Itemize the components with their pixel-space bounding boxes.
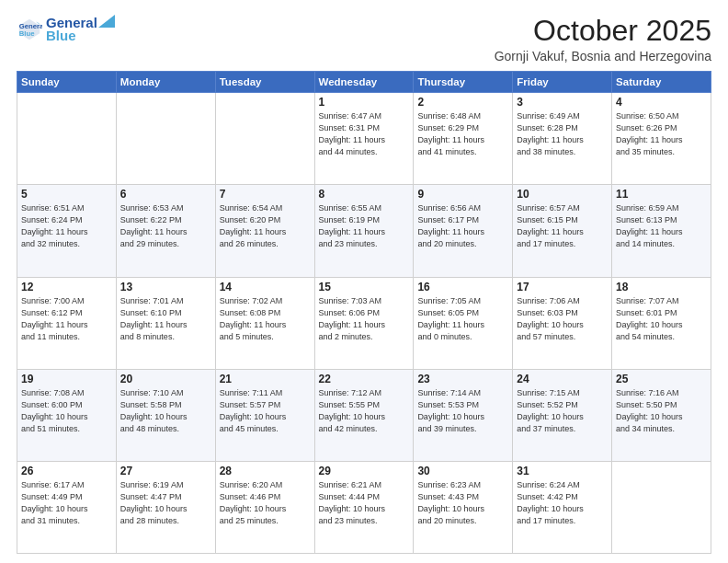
day-info: Sunrise: 7:01 AMSunset: 6:10 PMDaylight:… xyxy=(120,295,211,343)
day-info: Sunrise: 6:55 AMSunset: 6:19 PMDaylight:… xyxy=(319,202,410,250)
calendar-cell: 5Sunrise: 6:51 AMSunset: 6:24 PMDaylight… xyxy=(17,185,117,277)
day-info: Sunrise: 6:47 AMSunset: 6:31 PMDaylight:… xyxy=(319,110,410,158)
day-info: Sunrise: 6:50 AMSunset: 6:26 PMDaylight:… xyxy=(616,110,707,158)
day-number: 13 xyxy=(120,281,211,293)
calendar-cell: 7Sunrise: 6:54 AMSunset: 6:20 PMDaylight… xyxy=(215,185,314,277)
calendar-cell: 21Sunrise: 7:11 AMSunset: 5:57 PMDayligh… xyxy=(215,369,314,461)
day-number: 20 xyxy=(120,373,211,385)
day-info: Sunrise: 6:54 AMSunset: 6:20 PMDaylight:… xyxy=(220,202,311,250)
day-number: 12 xyxy=(21,281,112,293)
calendar-cell xyxy=(17,93,117,185)
weekday-header: Monday xyxy=(116,72,215,93)
day-number: 29 xyxy=(319,465,410,477)
day-number: 10 xyxy=(517,188,608,201)
day-number: 25 xyxy=(616,373,707,385)
day-number: 31 xyxy=(517,465,608,477)
day-number: 11 xyxy=(616,188,707,201)
day-info: Sunrise: 7:12 AMSunset: 5:55 PMDaylight:… xyxy=(319,387,410,435)
svg-text:General: General xyxy=(19,21,42,29)
calendar-cell: 30Sunrise: 6:23 AMSunset: 4:43 PMDayligh… xyxy=(414,461,513,553)
calendar-cell: 18Sunrise: 7:07 AMSunset: 6:01 PMDayligh… xyxy=(612,277,711,369)
calendar-cell xyxy=(215,93,314,185)
calendar-cell: 13Sunrise: 7:01 AMSunset: 6:10 PMDayligh… xyxy=(116,277,215,369)
logo-triangle-icon xyxy=(98,15,115,28)
day-info: Sunrise: 6:49 AMSunset: 6:28 PMDaylight:… xyxy=(517,110,608,158)
day-number: 7 xyxy=(220,188,311,201)
day-number: 15 xyxy=(319,281,410,293)
day-info: Sunrise: 7:08 AMSunset: 6:00 PMDaylight:… xyxy=(21,387,112,435)
calendar-cell: 22Sunrise: 7:12 AMSunset: 5:55 PMDayligh… xyxy=(314,369,414,461)
day-info: Sunrise: 7:14 AMSunset: 5:53 PMDaylight:… xyxy=(417,387,508,435)
calendar-cell: 16Sunrise: 7:05 AMSunset: 6:05 PMDayligh… xyxy=(414,277,513,369)
calendar-cell: 17Sunrise: 7:06 AMSunset: 6:03 PMDayligh… xyxy=(513,277,612,369)
page-subtitle: Gornji Vakuf, Bosnia and Herzegovina xyxy=(495,49,711,63)
day-info: Sunrise: 7:11 AMSunset: 5:57 PMDaylight:… xyxy=(220,387,311,435)
calendar-cell: 26Sunrise: 6:17 AMSunset: 4:49 PMDayligh… xyxy=(17,461,117,553)
day-info: Sunrise: 7:03 AMSunset: 6:06 PMDaylight:… xyxy=(319,295,410,343)
weekday-header: Saturday xyxy=(612,72,711,93)
calendar-cell: 12Sunrise: 7:00 AMSunset: 6:12 PMDayligh… xyxy=(17,277,117,369)
svg-text:Blue: Blue xyxy=(19,29,35,38)
logo: General Blue General Blue xyxy=(17,15,115,43)
day-info: Sunrise: 7:07 AMSunset: 6:01 PMDaylight:… xyxy=(616,295,707,343)
calendar-cell: 1Sunrise: 6:47 AMSunset: 6:31 PMDaylight… xyxy=(314,93,414,185)
calendar-cell: 25Sunrise: 7:16 AMSunset: 5:50 PMDayligh… xyxy=(612,369,711,461)
calendar-cell: 15Sunrise: 7:03 AMSunset: 6:06 PMDayligh… xyxy=(314,277,414,369)
day-info: Sunrise: 6:24 AMSunset: 4:42 PMDaylight:… xyxy=(517,479,608,527)
calendar-cell: 24Sunrise: 7:15 AMSunset: 5:52 PMDayligh… xyxy=(513,369,612,461)
calendar-cell: 11Sunrise: 6:59 AMSunset: 6:13 PMDayligh… xyxy=(612,185,711,277)
day-number: 23 xyxy=(417,373,508,385)
day-number: 18 xyxy=(616,281,707,293)
day-info: Sunrise: 7:15 AMSunset: 5:52 PMDaylight:… xyxy=(517,387,608,435)
day-info: Sunrise: 7:16 AMSunset: 5:50 PMDaylight:… xyxy=(616,387,707,435)
calendar-cell: 6Sunrise: 6:53 AMSunset: 6:22 PMDaylight… xyxy=(116,185,215,277)
page: General Blue General Blue October 2025 G… xyxy=(0,0,728,563)
day-number: 1 xyxy=(319,96,410,109)
weekday-header: Sunday xyxy=(17,72,117,93)
weekday-header: Friday xyxy=(513,72,612,93)
calendar-cell: 2Sunrise: 6:48 AMSunset: 6:29 PMDaylight… xyxy=(414,93,513,185)
day-info: Sunrise: 6:21 AMSunset: 4:44 PMDaylight:… xyxy=(319,479,410,527)
header: General Blue General Blue October 2025 G… xyxy=(17,15,711,63)
day-number: 9 xyxy=(417,188,508,201)
calendar-cell: 29Sunrise: 6:21 AMSunset: 4:44 PMDayligh… xyxy=(314,461,414,553)
day-info: Sunrise: 6:53 AMSunset: 6:22 PMDaylight:… xyxy=(120,202,211,250)
day-number: 19 xyxy=(21,373,112,385)
day-number: 3 xyxy=(517,96,608,109)
day-info: Sunrise: 7:06 AMSunset: 6:03 PMDaylight:… xyxy=(517,295,608,343)
day-number: 30 xyxy=(417,465,508,477)
calendar-cell: 3Sunrise: 6:49 AMSunset: 6:28 PMDaylight… xyxy=(513,93,612,185)
day-number: 14 xyxy=(220,281,311,293)
day-info: Sunrise: 6:48 AMSunset: 6:29 PMDaylight:… xyxy=(417,110,508,158)
calendar-cell: 4Sunrise: 6:50 AMSunset: 6:26 PMDaylight… xyxy=(612,93,711,185)
calendar-cell xyxy=(612,461,711,553)
calendar-cell xyxy=(116,93,215,185)
calendar-cell: 8Sunrise: 6:55 AMSunset: 6:19 PMDaylight… xyxy=(314,185,414,277)
day-info: Sunrise: 6:59 AMSunset: 6:13 PMDaylight:… xyxy=(616,202,707,250)
calendar-cell: 20Sunrise: 7:10 AMSunset: 5:58 PMDayligh… xyxy=(116,369,215,461)
weekday-header: Wednesday xyxy=(314,72,414,93)
day-info: Sunrise: 6:57 AMSunset: 6:15 PMDaylight:… xyxy=(517,202,608,250)
calendar-cell: 23Sunrise: 7:14 AMSunset: 5:53 PMDayligh… xyxy=(414,369,513,461)
day-info: Sunrise: 6:17 AMSunset: 4:49 PMDaylight:… xyxy=(21,479,112,527)
day-number: 16 xyxy=(417,281,508,293)
weekday-header: Tuesday xyxy=(215,72,314,93)
day-number: 27 xyxy=(120,465,211,477)
day-info: Sunrise: 6:23 AMSunset: 4:43 PMDaylight:… xyxy=(417,479,508,527)
day-number: 17 xyxy=(517,281,608,293)
calendar-cell: 10Sunrise: 6:57 AMSunset: 6:15 PMDayligh… xyxy=(513,185,612,277)
day-number: 8 xyxy=(319,188,410,201)
day-info: Sunrise: 7:05 AMSunset: 6:05 PMDaylight:… xyxy=(417,295,508,343)
calendar-cell: 19Sunrise: 7:08 AMSunset: 6:00 PMDayligh… xyxy=(17,369,117,461)
day-number: 26 xyxy=(21,465,112,477)
logo-icon: General Blue xyxy=(17,17,42,42)
calendar-cell: 14Sunrise: 7:02 AMSunset: 6:08 PMDayligh… xyxy=(215,277,314,369)
day-number: 28 xyxy=(220,465,311,477)
day-info: Sunrise: 7:00 AMSunset: 6:12 PMDaylight:… xyxy=(21,295,112,343)
calendar-cell: 28Sunrise: 6:20 AMSunset: 4:46 PMDayligh… xyxy=(215,461,314,553)
day-number: 24 xyxy=(517,373,608,385)
day-info: Sunrise: 7:02 AMSunset: 6:08 PMDaylight:… xyxy=(220,295,311,343)
title-block: October 2025 Gornji Vakuf, Bosnia and He… xyxy=(495,15,711,63)
day-number: 2 xyxy=(417,96,508,109)
day-number: 4 xyxy=(616,96,707,109)
